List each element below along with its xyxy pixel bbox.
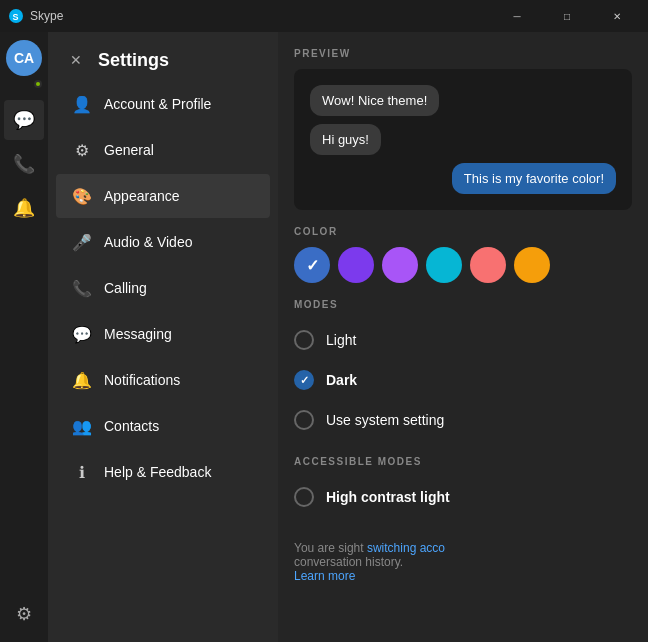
mode-high-contrast-light-label: High contrast light	[326, 489, 450, 505]
contacts-icon: 👥	[72, 416, 92, 436]
svg-text:S: S	[13, 12, 19, 22]
calling-icon: 📞	[72, 278, 92, 298]
modes-section-label: MODES	[294, 299, 632, 310]
settings-nav-appearance[interactable]: 🎨 Appearance	[56, 174, 270, 218]
audio-video-icon: 🎤	[72, 232, 92, 252]
preview-message-1: Wow! Nice theme!	[310, 85, 439, 116]
settings-nav-contacts[interactable]: 👥 Contacts	[56, 404, 270, 448]
switching-account-link[interactable]: switching acco	[367, 541, 445, 555]
status-indicator	[34, 80, 42, 88]
settings-overlay: ✕ Settings 👤 Account & Profile ⚙ General…	[48, 32, 648, 642]
color-swatch-blue[interactable]	[294, 247, 330, 283]
learn-more-link[interactable]: Learn more	[294, 569, 355, 583]
skype-logo-icon: S	[8, 8, 24, 24]
settings-nav-general[interactable]: ⚙ General	[56, 128, 270, 172]
close-button[interactable]: ✕	[594, 0, 640, 32]
nav-calls-icon[interactable]: 📞	[4, 144, 44, 184]
notifications-icon: 🔔	[72, 370, 92, 390]
settings-nav-label: Help & Feedback	[104, 464, 211, 480]
preview-section: PREVIEW Wow! Nice theme! Hi guys! This i…	[294, 48, 632, 210]
preview-box: Wow! Nice theme! Hi guys! This is my fav…	[294, 69, 632, 210]
color-section: COLOR	[294, 226, 632, 283]
radio-light[interactable]	[294, 330, 314, 350]
settings-nav-calling[interactable]: 📞 Calling	[56, 266, 270, 310]
maximize-button[interactable]: □	[544, 0, 590, 32]
account-icon: 👤	[72, 94, 92, 114]
mode-dark-label: Dark	[326, 372, 357, 388]
color-swatch-cyan[interactable]	[426, 247, 462, 283]
settings-nav-label: Calling	[104, 280, 147, 296]
preview-message-3: This is my favorite color!	[452, 163, 616, 194]
settings-footer: You are sight switching acco conversatio…	[294, 533, 632, 583]
preview-message-2: Hi guys!	[310, 124, 381, 155]
mode-dark[interactable]: Dark	[294, 360, 632, 400]
nav-sidebar: CA 💬 📞 🔔 ⚙	[0, 32, 48, 642]
settings-nav-label: Audio & Video	[104, 234, 192, 250]
mode-high-contrast-light[interactable]: High contrast light	[294, 477, 632, 517]
color-section-label: COLOR	[294, 226, 632, 237]
general-icon: ⚙	[72, 140, 92, 160]
content-area: CA Ciprian Adrian Rusen ··· 🔍 People, gr…	[48, 32, 648, 642]
settings-left-panel: ✕ Settings 👤 Account & Profile ⚙ General…	[48, 32, 278, 642]
settings-right-panel: PREVIEW Wow! Nice theme! Hi guys! This i…	[278, 32, 648, 642]
settings-nav-messaging[interactable]: 💬 Messaging	[56, 312, 270, 356]
settings-nav-notifications[interactable]: 🔔 Notifications	[56, 358, 270, 402]
settings-title: Settings	[98, 50, 169, 71]
settings-header: ✕ Settings	[48, 32, 278, 80]
mode-light-label: Light	[326, 332, 356, 348]
footer-learn-more: Learn more	[294, 569, 632, 583]
nav-settings-icon[interactable]: ⚙	[4, 594, 44, 634]
mode-system[interactable]: Use system setting	[294, 400, 632, 440]
settings-nav-label: Account & Profile	[104, 96, 211, 112]
color-swatch-salmon[interactable]	[470, 247, 506, 283]
color-swatch-orange[interactable]	[514, 247, 550, 283]
settings-nav-label: Contacts	[104, 418, 159, 434]
appearance-icon: 🎨	[72, 186, 92, 206]
settings-nav-help[interactable]: ℹ Help & Feedback	[56, 450, 270, 494]
radio-dark[interactable]	[294, 370, 314, 390]
user-avatar-nav[interactable]: CA	[6, 40, 42, 76]
color-swatch-purple[interactable]	[338, 247, 374, 283]
settings-nav-label: General	[104, 142, 154, 158]
app-title: Skype	[30, 9, 494, 23]
footer-text-line2: conversation history.	[294, 555, 632, 569]
nav-chat-icon[interactable]: 💬	[4, 100, 44, 140]
settings-nav-label: Messaging	[104, 326, 172, 342]
settings-nav-label: Notifications	[104, 372, 180, 388]
minimize-button[interactable]: ─	[494, 0, 540, 32]
settings-nav-audio-video[interactable]: 🎤 Audio & Video	[56, 220, 270, 264]
accessible-modes-section: ACCESSIBLE MODES High contrast light	[294, 456, 632, 517]
color-swatches	[294, 247, 632, 283]
modes-section: MODES Light Dark Use system setting	[294, 299, 632, 440]
window-controls: ─ □ ✕	[494, 0, 640, 32]
messaging-icon: 💬	[72, 324, 92, 344]
accessible-modes-label: ACCESSIBLE MODES	[294, 456, 632, 467]
main-layout: CA 💬 📞 🔔 ⚙ CA Ciprian Adrian Rusen	[0, 32, 648, 642]
preview-section-label: PREVIEW	[294, 48, 632, 59]
mode-system-label: Use system setting	[326, 412, 444, 428]
nav-notifications-icon[interactable]: 🔔	[4, 188, 44, 228]
settings-nav-account[interactable]: 👤 Account & Profile	[56, 82, 270, 126]
footer-text-line1: You are sight switching acco	[294, 541, 632, 555]
mode-light[interactable]: Light	[294, 320, 632, 360]
radio-system[interactable]	[294, 410, 314, 430]
title-bar: S Skype ─ □ ✕	[0, 0, 648, 32]
help-icon: ℹ	[72, 462, 92, 482]
settings-nav-label: Appearance	[104, 188, 180, 204]
settings-close-button[interactable]: ✕	[64, 48, 88, 72]
color-swatch-violet[interactable]	[382, 247, 418, 283]
radio-high-contrast-light[interactable]	[294, 487, 314, 507]
